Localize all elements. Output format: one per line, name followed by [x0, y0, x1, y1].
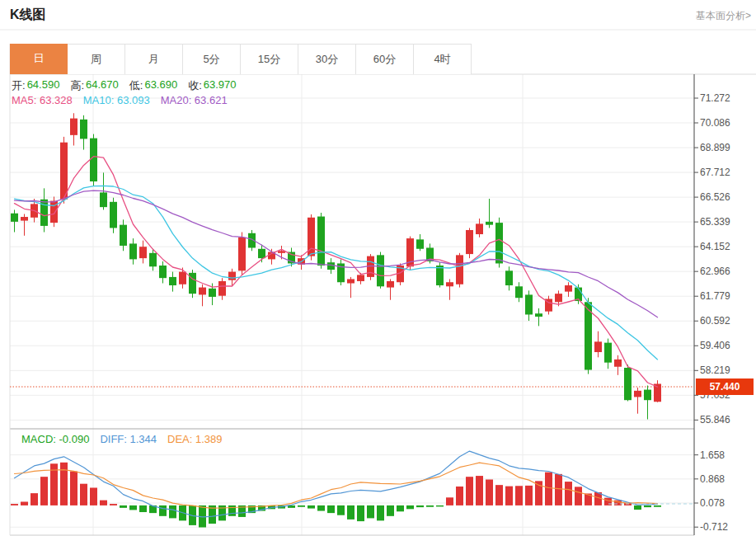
price-tick-label: 59.406 — [700, 340, 730, 351]
ma10-readout: MA10: 63.093 — [83, 94, 150, 106]
macd-value: MACD: -0.090 — [21, 433, 89, 445]
period-tab-周[interactable]: 周 — [68, 44, 125, 74]
high-readout: 高: 64.670 — [70, 78, 118, 93]
price-tick-label: 70.086 — [700, 117, 730, 129]
price-tick-label: 62.966 — [700, 266, 730, 277]
open-readout: 开: 64.590 — [12, 78, 59, 93]
period-tab-日[interactable]: 日 — [10, 44, 68, 74]
period-tab-月[interactable]: 月 — [125, 44, 183, 74]
dea-value: DEA: 1.389 — [167, 433, 223, 445]
price-tick-label: 65.339 — [700, 216, 730, 228]
price-tick-label: 55.846 — [700, 414, 730, 426]
period-tab-5分[interactable]: 5分 — [183, 44, 241, 74]
price-tick-label: 71.272 — [700, 92, 730, 104]
kline-widget: K线图 基本面分析> 日周月5分15分30分60分4时 开: 64.590 高:… — [0, 0, 756, 536]
period-tabs: 日周月5分15分30分60分4时 — [10, 44, 472, 74]
current-price-badge: 57.440 — [696, 378, 754, 395]
ohlc-readout: 开: 64.590 高: 64.670 低: 63.690 收: 63.970 — [12, 78, 237, 93]
price-tick-label: 58.219 — [700, 364, 730, 376]
axis-tick-marks — [694, 98, 698, 527]
price-tick-label: 61.779 — [700, 290, 730, 302]
macd-tick-label: -0.712 — [700, 521, 728, 533]
macd-histogram — [11, 463, 661, 528]
price-tick-label: 67.712 — [700, 167, 730, 178]
macd-tick-label: 1.658 — [700, 449, 725, 461]
period-tab-60分[interactable]: 60分 — [356, 44, 414, 74]
ma20-readout: MA20: 63.621 — [161, 94, 228, 106]
price-tick-label: 68.899 — [700, 142, 730, 153]
macd-readout: MACD: -0.090 DIFF: 1.344 DEA: 1.389 — [21, 433, 223, 445]
close-readout: 收: 63.970 — [188, 78, 236, 93]
period-tab-15分[interactable]: 15分 — [241, 44, 298, 74]
low-readout: 低: 63.690 — [129, 78, 177, 93]
price-tick-label: 60.592 — [700, 315, 730, 327]
macd-tick-label: 0.078 — [700, 497, 725, 509]
diff-value: DIFF: 1.344 — [100, 433, 157, 445]
macd-tick-label: 0.868 — [700, 473, 725, 485]
ma-readout: MA5: 63.328 MA10: 63.093 MA20: 63.621 — [12, 94, 228, 106]
ma5-readout: MA5: 63.328 — [12, 94, 73, 106]
period-tab-4时[interactable]: 4时 — [414, 44, 472, 74]
price-tick-label: 64.152 — [700, 241, 730, 252]
price-tick-label: 66.526 — [700, 191, 730, 203]
period-tab-30分[interactable]: 30分 — [298, 44, 356, 74]
